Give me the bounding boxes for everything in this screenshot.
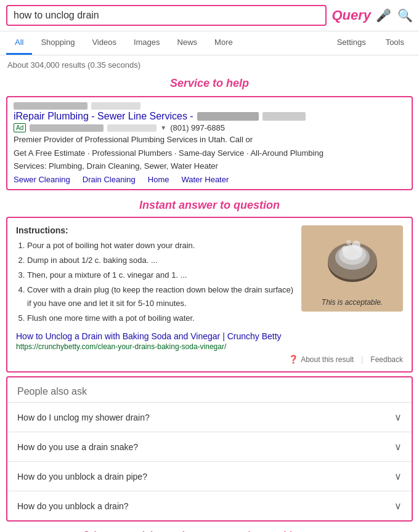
paa-question-1: How do I unclog my shower drain? xyxy=(17,413,150,422)
ad-line-blur2 xyxy=(107,124,157,132)
svg-point-8 xyxy=(357,248,362,252)
search-input[interactable] xyxy=(14,10,319,21)
ad-sitelinks: Sewer Cleaning Drain Cleaning Home Water… xyxy=(14,175,405,184)
paa-question-4: How do you unblock a drain? xyxy=(17,501,129,511)
ad-box: iRepair Plumbing - Sewer Line Services -… xyxy=(6,96,413,190)
about-result-text: About this result xyxy=(301,355,354,364)
tab-images[interactable]: Images xyxy=(125,31,169,55)
ad-url-blurred xyxy=(14,102,87,110)
chevron-down-icon-1: ∨ xyxy=(394,411,402,423)
paa-item-3[interactable]: How do you unblock a drain pipe? ∨ xyxy=(7,461,412,491)
ad-sitelink-home[interactable]: Home xyxy=(148,175,169,184)
snippet-footer: ❓ About this result | Feedback xyxy=(16,355,403,364)
paa-item-1[interactable]: How do I unclog my shower drain? ∨ xyxy=(7,402,412,432)
step-2: Dump in about 1/2 c. baking soda. ... xyxy=(27,254,294,267)
search-icons: 🎤 🔍 xyxy=(376,8,413,23)
question-circle-icon: ❓ xyxy=(288,355,298,364)
bottom-annotation: Other potential questions you may have, … xyxy=(0,525,419,532)
chevron-down-icon-2: ∨ xyxy=(394,441,402,453)
tab-all[interactable]: All xyxy=(6,31,32,55)
tab-more[interactable]: More xyxy=(206,31,242,55)
paa-question-3: How do you unblock a drain pipe? xyxy=(17,472,147,482)
ad-title-link[interactable]: iRepair Plumbing - Sewer Line Services - xyxy=(14,111,193,122)
tab-tools[interactable]: Tools xyxy=(377,31,413,55)
nav-right: Settings Tools xyxy=(328,31,413,55)
ad-url-row xyxy=(14,102,405,110)
search-header: Query 🎤 🔍 xyxy=(0,0,419,31)
chevron-down-icon-3: ∨ xyxy=(394,470,402,482)
query-label: Query xyxy=(332,7,371,23)
ad-desc3: Services: Plumbing, Drain Cleaning, Sewe… xyxy=(14,160,405,172)
search-button[interactable]: 🔍 xyxy=(397,8,413,23)
chevron-down-icon-4: ∨ xyxy=(394,500,402,512)
tab-shopping[interactable]: Shopping xyxy=(32,31,83,55)
ad-phone: (801) 997-6885 xyxy=(170,123,225,132)
tab-videos[interactable]: Videos xyxy=(83,31,125,55)
image-caption: This is acceptable. xyxy=(322,298,383,307)
search-box[interactable] xyxy=(6,5,327,26)
snippet-image: This is acceptable. xyxy=(301,225,403,312)
ad-desc1: Premier Provider of Professional Plumbin… xyxy=(14,134,405,146)
instant-label: Instant answer to question xyxy=(0,194,419,214)
paa-header: People also ask xyxy=(7,377,412,402)
snippet-content: Instructions: Pour a pot of boiling hot … xyxy=(16,225,403,327)
divider: | xyxy=(361,355,363,364)
results-count: About 304,000 results (0.35 seconds) xyxy=(0,55,419,75)
ad-desc2: Get A Free Estimate · Professional Plumb… xyxy=(14,147,405,159)
svg-point-7 xyxy=(346,240,351,245)
dropdown-arrow-icon: ▼ xyxy=(160,124,166,131)
service-label: Service to help xyxy=(0,75,419,94)
nav-tabs: All Shopping Videos Images News More Set… xyxy=(0,31,419,55)
paa-box: People also ask How do I unclog my showe… xyxy=(6,376,413,522)
snippet-steps: Pour a pot of boiling hot water down you… xyxy=(27,239,294,326)
snippet-title: Instructions: xyxy=(16,225,294,235)
tab-news[interactable]: News xyxy=(169,31,206,55)
ad-sitelink-water[interactable]: Water Heater xyxy=(181,175,229,184)
ad-sitelink-drain[interactable]: Drain Cleaning xyxy=(83,175,136,184)
step-5: Flush one more time with a pot of boilin… xyxy=(27,312,294,325)
ad-title-url-blur2 xyxy=(262,112,306,121)
ad-sitelink-sewer[interactable]: Sewer Cleaning xyxy=(14,175,70,184)
tab-settings[interactable]: Settings xyxy=(328,31,375,55)
about-result[interactable]: ❓ About this result xyxy=(288,355,354,364)
step-3: Then, pour a mixture of 1 c. vinegar and… xyxy=(27,268,294,282)
paa-item-4[interactable]: How do you unblock a drain? ∨ xyxy=(7,491,412,520)
snippet-box: Instructions: Pour a pot of boiling hot … xyxy=(6,217,413,373)
drain-svg xyxy=(322,232,383,293)
paa-question-2: How do you use a drain snake? xyxy=(17,442,138,452)
microphone-icon[interactable]: 🎤 xyxy=(376,8,391,23)
snippet-source-link[interactable]: How to Unclog a Drain with Baking Soda a… xyxy=(16,331,403,341)
paa-item-2[interactable]: How do you use a drain snake? ∨ xyxy=(7,432,412,461)
ad-title-row: iRepair Plumbing - Sewer Line Services - xyxy=(14,111,405,122)
snippet-source-url: https://crunchybetty.com/clean-your-drai… xyxy=(16,342,403,351)
snippet-text: Instructions: Pour a pot of boiling hot … xyxy=(16,225,294,327)
ad-line-blur1 xyxy=(30,124,104,132)
ad-badge: Ad xyxy=(14,123,26,132)
step-4: Cover with a drain plug (to keep the rea… xyxy=(27,283,294,310)
svg-point-5 xyxy=(342,246,348,252)
ad-title-url-blur1 xyxy=(197,112,259,121)
feedback-link[interactable]: Feedback xyxy=(370,355,403,364)
step-1: Pour a pot of boiling hot water down you… xyxy=(27,239,294,252)
ad-url-blurred2 xyxy=(91,102,140,110)
